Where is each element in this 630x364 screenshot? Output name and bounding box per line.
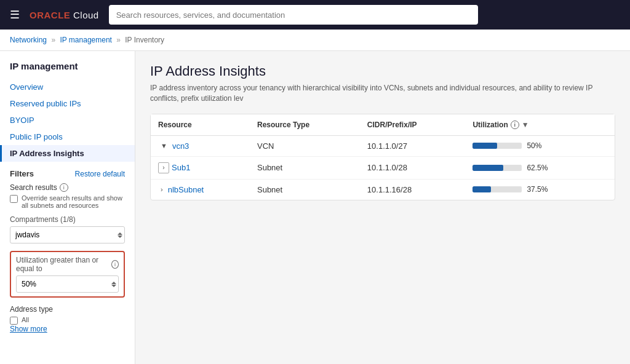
progress-bar-bg	[472, 165, 522, 171]
cidr-cell: 10.1.1.0/28	[360, 156, 466, 179]
table-row: › Sub1 Subnet10.1.1.0/28 62.5%	[151, 156, 615, 179]
utilization-cell: 37.5%	[465, 179, 615, 200]
progress-bar-fill	[472, 165, 503, 171]
expand-chevron-down-icon[interactable]: ▼	[158, 142, 170, 149]
resource-cell: ▼ vcn3	[158, 141, 242, 151]
progress-bar-bg	[472, 186, 522, 192]
override-checkbox-text: Override search results and show all sub…	[22, 194, 125, 209]
utilization-col-info-icon[interactable]: i	[511, 121, 519, 129]
progress-bar-bg	[472, 143, 522, 149]
resource-type-cell: Subnet	[250, 179, 360, 200]
oracle-logo: ORACLE Cloud	[30, 10, 99, 20]
sidebar: IP management Overview Reserved public I…	[0, 51, 135, 364]
table-row: › nlbSubnet Subnet10.1.1.16/28 37.5%	[151, 179, 615, 200]
sidebar-title: IP management	[0, 61, 135, 79]
address-type-all-checkbox[interactable]	[10, 317, 18, 325]
resource-link[interactable]: nlbSubnet	[168, 185, 204, 194]
compartments-select-wrapper: jwdavis	[10, 226, 125, 243]
filters-title: Filters	[10, 169, 34, 178]
sidebar-item-reserved-public-ips[interactable]: Reserved public IPs	[0, 95, 135, 112]
search-results-group: Search results i Override search results…	[10, 183, 125, 209]
address-type-all-text: All	[22, 316, 29, 323]
breadcrumb-ip-management[interactable]: IP management	[60, 36, 112, 44]
col-resource-type: Resource Type	[250, 114, 360, 136]
utilization-group: Utilization greater than or equal to i 5…	[10, 251, 125, 298]
sidebar-item-byoip[interactable]: BYOIP	[0, 112, 135, 129]
utilization-cell: 50%	[465, 135, 615, 156]
address-type-label: Address type	[10, 305, 125, 314]
utilization-sort-icon[interactable]: ▼	[522, 121, 529, 129]
breadcrumb-networking[interactable]: Networking	[10, 36, 47, 44]
page-title: IP Address Insights	[150, 63, 615, 79]
resource-cell: › nlbSubnet	[158, 185, 242, 194]
resource-type-cell: Subnet	[250, 156, 360, 179]
compartments-group: Compartments (1/8) jwdavis	[10, 215, 125, 243]
utilization-select[interactable]: 50%	[16, 275, 119, 293]
restore-default-link[interactable]: Restore default	[75, 170, 125, 178]
header: ☰ ORACLE Cloud	[0, 0, 630, 30]
utilization-cell: 62.5%	[465, 156, 615, 179]
compartments-label: Compartments (1/8)	[10, 215, 125, 224]
sidebar-item-public-ip-pools[interactable]: Public IP pools	[0, 129, 135, 145]
show-more-link[interactable]: Show more	[10, 325, 125, 333]
ip-insights-table: Resource Resource Type CIDR/Prefix/IP Ut…	[151, 114, 615, 200]
sidebar-item-ip-address-insights[interactable]: IP Address Insights	[0, 145, 135, 162]
col-resource: Resource	[151, 114, 250, 136]
resource-cell: › Sub1	[158, 162, 242, 173]
breadcrumb: Networking » IP management » IP Inventor…	[0, 30, 630, 51]
main-layout: IP management Overview Reserved public I…	[0, 51, 630, 364]
progress-bar-fill	[472, 143, 497, 149]
expand-box-icon[interactable]: ›	[158, 162, 169, 173]
utilization-label: Utilization greater than or equal to i	[16, 256, 119, 273]
hamburger-icon[interactable]: ☰	[10, 8, 20, 22]
col-cidr: CIDR/Prefix/IP	[360, 114, 466, 136]
col-utilization: Utilization i ▼	[465, 114, 615, 136]
breadcrumb-current: IP Inventory	[125, 36, 164, 44]
cidr-cell: 10.1.1.0/27	[360, 135, 466, 156]
cidr-cell: 10.1.1.16/28	[360, 179, 466, 200]
search-results-info-icon[interactable]: i	[60, 183, 68, 192]
address-type-group: Address type All Show more	[10, 305, 125, 333]
global-search-input[interactable]	[109, 5, 478, 25]
utilization-select-wrapper: 50%	[16, 275, 119, 293]
resource-link[interactable]: vcn3	[172, 141, 189, 151]
progress-bar-fill	[472, 186, 491, 192]
utilization-pct: 62.5%	[527, 164, 549, 172]
compartments-select[interactable]: jwdavis	[10, 226, 125, 243]
sidebar-item-overview[interactable]: Overview	[0, 79, 135, 95]
search-results-label: Search results	[10, 183, 57, 192]
sidebar-nav: Overview Reserved public IPs BYOIP Publi…	[0, 79, 135, 162]
filters-section: Filters Restore default Search results i…	[0, 169, 135, 333]
resource-link[interactable]: Sub1	[172, 163, 190, 172]
page-desc: IP address inventory across your tenancy…	[150, 83, 615, 104]
override-checkbox[interactable]	[10, 195, 18, 203]
utilization-info-icon[interactable]: i	[111, 260, 119, 269]
expand-chevron-right-icon[interactable]: ›	[158, 186, 165, 193]
override-checkbox-label[interactable]: Override search results and show all sub…	[10, 194, 125, 209]
main-content: IP Address Insights IP address inventory…	[135, 51, 630, 364]
utilization-pct: 50%	[527, 141, 549, 150]
table-row: ▼ vcn3 VCN10.1.1.0/27 50%	[151, 135, 615, 156]
utilization-pct: 37.5%	[527, 185, 549, 194]
resource-type-cell: VCN	[250, 135, 360, 156]
address-type-all-label[interactable]: All	[10, 316, 125, 325]
table-container: Resource Resource Type CIDR/Prefix/IP Ut…	[150, 114, 615, 200]
